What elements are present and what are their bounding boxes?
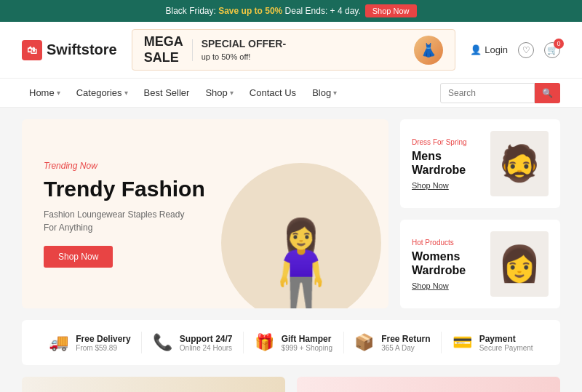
logo-text: Swiftstore xyxy=(47,41,117,58)
mens-card-image: 🧔 xyxy=(490,131,549,196)
header-promo-banner: MEGA SALE SPECIAL OFFER- up to 50% off! … xyxy=(132,29,456,71)
payment-sub: Secure Payment xyxy=(479,344,533,352)
womens-card-content: Hot Products Womens Wardrobe Shop Now xyxy=(412,239,483,290)
chevron-down-icon: ▾ xyxy=(57,89,60,97)
features-bar: 🚚 Free Delivery From $59.89 📞 Support 24… xyxy=(22,320,560,365)
side-cards: Dress For Spring Mens Wardrobe Shop Now … xyxy=(400,119,560,308)
return-icon: 📦 xyxy=(354,333,374,352)
payment-title: Payment xyxy=(479,334,533,344)
nav-item-contact[interactable]: Contact Us xyxy=(242,79,303,107)
feature-divider-4 xyxy=(441,332,442,353)
feature-divider-1 xyxy=(141,332,142,353)
return-sub: 365 A Day xyxy=(381,344,430,352)
nav-item-bestseller[interactable]: Best Seller xyxy=(137,79,197,107)
feature-support: 📞 Support 24/7 Online 24 Hours xyxy=(153,333,233,352)
mega-sale-label: MEGA SALE xyxy=(144,34,183,65)
nav-item-blog[interactable]: Blog ▾ xyxy=(305,79,344,107)
delivery-sub: From $59.89 xyxy=(76,344,130,352)
search-bar: 🔍 xyxy=(440,83,560,103)
gift-title: Gift Hamper xyxy=(282,334,332,344)
banner-deal-text: Deal Ends: xyxy=(285,6,328,16)
login-button[interactable]: 👤 Login xyxy=(470,44,508,55)
nav-item-shop[interactable]: Shop ▾ xyxy=(198,79,240,107)
hero-cta-button[interactable]: Shop Now xyxy=(44,246,113,268)
header: 🛍 Swiftstore MEGA SALE SPECIAL OFFER- up… xyxy=(0,22,582,79)
mens-card-content: Dress For Spring Mens Wardrobe Shop Now xyxy=(412,138,483,190)
hero-model-figure: 🧍‍♀️ xyxy=(247,221,356,308)
payment-icon: 💳 xyxy=(453,333,472,352)
feature-divider-3 xyxy=(343,332,344,353)
login-label: Login xyxy=(485,44,508,55)
cart-button[interactable]: 🛒 0 xyxy=(544,42,560,58)
hero-banner: Trending Now Trendy Fashion Fashion Loun… xyxy=(22,119,388,308)
gift-sub: $999 + Shoping xyxy=(282,344,332,352)
special-offer-text: SPECIAL OFFER- up to 50% off! xyxy=(202,37,286,63)
womens-wardrobe-card: Hot Products Womens Wardrobe Shop Now 👩 xyxy=(400,220,560,308)
gift-text: Gift Hamper $999 + Shoping xyxy=(282,334,332,352)
delivery-icon: 🚚 xyxy=(49,333,68,352)
support-icon: 📞 xyxy=(153,333,172,352)
banner-cta-button[interactable]: Shop Now xyxy=(365,4,417,17)
mens-card-title: Mens Wardrobe xyxy=(412,149,483,177)
main-content: Trending Now Trendy Fashion Fashion Loun… xyxy=(0,108,582,320)
mens-wardrobe-card: Dress For Spring Mens Wardrobe Shop Now … xyxy=(400,119,560,208)
feature-payment: 💳 Payment Secure Payment xyxy=(453,333,533,352)
mens-card-tag: Dress For Spring xyxy=(412,138,483,146)
feature-gift: 🎁 Gift Hamper $999 + Shoping xyxy=(255,333,332,352)
user-icon: 👤 xyxy=(470,44,482,55)
navigation: Home ▾ Categories ▾ Best Seller Shop ▾ C… xyxy=(0,79,582,108)
banner-countdown: + 4 day. xyxy=(330,6,361,16)
feature-free-delivery: 🚚 Free Delivery From $59.89 xyxy=(49,333,130,352)
logo[interactable]: 🛍 Swiftstore xyxy=(22,40,117,60)
nav-item-categories[interactable]: Categories ▾ xyxy=(69,79,135,107)
mens-card-link[interactable]: Shop Now xyxy=(412,181,483,190)
banner-highlight: Save up to 50% xyxy=(218,6,282,16)
banner-label: Black Friday: xyxy=(165,6,215,16)
return-text: Free Return 365 A Day xyxy=(381,334,430,352)
search-input[interactable] xyxy=(440,83,535,103)
banner-model-image: 👗 xyxy=(414,36,443,65)
return-title: Free Return xyxy=(381,334,430,344)
banner-text: Black Friday: Save up to 50% Deal Ends: … xyxy=(165,6,360,16)
feature-return: 📦 Free Return 365 A Day xyxy=(354,333,430,352)
womens-card-title: Womens Wardrobe xyxy=(412,249,483,277)
deals-section: BEST DEALS Get 30% Off On Sandal 👟 Hot P… xyxy=(0,377,582,392)
womens-card-tag: Hot Products xyxy=(412,239,483,247)
womens-card-link[interactable]: Shop Now xyxy=(412,281,483,290)
gift-icon: 🎁 xyxy=(255,333,274,352)
hero-subtitle: Fashion Loungewear Staples Ready For Any… xyxy=(44,208,189,234)
wishlist-button[interactable]: ♡ xyxy=(518,42,534,58)
delivery-text: Free Delivery From $59.89 xyxy=(76,334,130,352)
delivery-title: Free Delivery xyxy=(76,334,130,344)
support-title: Support 24/7 xyxy=(180,334,233,344)
top-banner: Black Friday: Save up to 50% Deal Ends: … xyxy=(0,0,582,22)
chevron-down-icon: ▾ xyxy=(230,89,234,97)
deal-card-bag: Hot Products Office Bag Branded 👠 xyxy=(297,377,560,392)
header-icons: 👤 Login ♡ 🛒 0 xyxy=(470,42,560,58)
womens-card-image: 👩 xyxy=(490,231,549,297)
chevron-down-icon: ▾ xyxy=(333,89,337,97)
hero-image-area: 🧍‍♀️ xyxy=(214,119,388,308)
nav-item-home[interactable]: Home ▾ xyxy=(22,79,68,107)
search-button[interactable]: 🔍 xyxy=(535,83,560,103)
logo-icon: 🛍 xyxy=(22,40,42,60)
support-text: Support 24/7 Online 24 Hours xyxy=(180,334,233,352)
feature-divider-2 xyxy=(243,332,244,353)
payment-text: Payment Secure Payment xyxy=(479,334,533,352)
chevron-down-icon: ▾ xyxy=(124,89,128,97)
deal-card-sandal: BEST DEALS Get 30% Off On Sandal 👟 xyxy=(22,377,285,392)
divider xyxy=(192,39,193,61)
support-sub: Online 24 Hours xyxy=(180,344,233,352)
cart-badge: 0 xyxy=(554,39,564,49)
